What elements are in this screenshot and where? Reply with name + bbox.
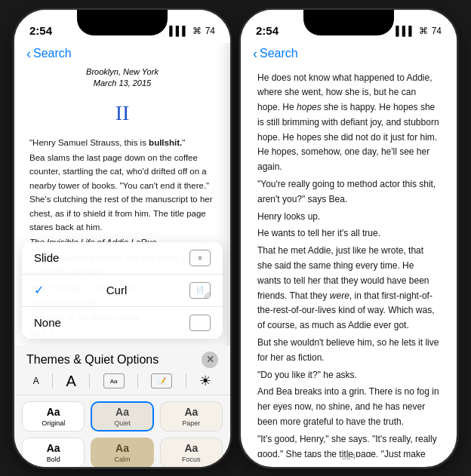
menu-item-slide[interactable]: Slide ≡: [22, 242, 223, 275]
wifi-icon: ⌘: [192, 26, 202, 36]
theme-bold-label: Bold: [47, 456, 60, 463]
theme-calm-text: Aa: [115, 442, 129, 454]
location-line2: March 13, 2015: [29, 78, 215, 89]
back-chevron-left: ‹: [26, 46, 31, 62]
left-phone: 2:54 ▌▌▌ ⌘ 74 ‹ Search Brooklyn, New Yor…: [13, 8, 232, 468]
theme-paper-label: Paper: [182, 419, 200, 427]
back-button-left[interactable]: ‹ Search: [26, 46, 72, 62]
theme-quiet-label: Quiet: [114, 419, 131, 427]
book-para-2: Bea slams the last page down on the coff…: [29, 151, 215, 234]
time-right: 2:54: [256, 24, 279, 37]
menu-item-curl[interactable]: ✓ Curl 📄: [22, 275, 223, 307]
back-chevron-right: ‹: [253, 46, 257, 62]
book-location: Brooklyn, New York March 13, 2015: [29, 66, 215, 90]
theme-cards: Aa Original Aa Quiet Aa Paper Aa Bold Aa…: [14, 395, 230, 467]
right-phone: 2:54 ▌▌▌ ⌘ 74 ‹ Search He does not know …: [239, 8, 458, 468]
theme-original-card[interactable]: Aa Original: [22, 401, 85, 431]
theme-focus-card[interactable]: Aa Focus: [160, 438, 223, 468]
battery-icon-right: 74: [432, 26, 442, 36]
curl-check: ✓: [34, 283, 44, 297]
wifi-icon-right: ⌘: [419, 26, 428, 36]
theme-quiet-text: Aa: [115, 406, 129, 418]
signal-icon-right: ▌▌▌: [396, 26, 415, 36]
notch-right: [303, 10, 394, 35]
theme-original-text: Aa: [47, 406, 60, 418]
themes-label: Themes & Quiet Options: [26, 353, 159, 367]
font-controls: A A Aa 📝 ☀: [14, 368, 230, 395]
read-p6: But she wouldn't believe him, so he lets…: [257, 336, 440, 366]
slide-label: Slide: [34, 251, 59, 264]
curl-icon: 📄: [189, 282, 211, 299]
font-decrease-button[interactable]: A: [33, 376, 39, 386]
none-icon: [189, 315, 211, 331]
status-icons-left: ▌▌▌ ⌘ 74: [169, 26, 215, 36]
brightness-icon[interactable]: ☀: [199, 373, 211, 389]
theme-quiet-card[interactable]: Aa Quiet: [91, 401, 153, 431]
chapter-number: II: [29, 97, 215, 129]
page-number: 524: [342, 452, 356, 461]
book-content-left: Brooklyn, New York March 13, 2015 II "He…: [14, 66, 230, 388]
read-p1: He does not know what happened to Addie,…: [257, 71, 440, 176]
notch: [77, 10, 168, 35]
divider-2: [89, 373, 90, 388]
battery-icon: 74: [205, 26, 215, 36]
read-p3: Henry looks up.: [257, 210, 440, 225]
page-turn-menu: Slide ≡ ✓ Curl 📄 None: [22, 242, 223, 339]
read-p8: And Bea breaks into a grin. There is no …: [257, 385, 440, 429]
theme-bold-card[interactable]: Aa Bold: [22, 438, 85, 468]
read-p4: He wants to tell her it's all true.: [257, 226, 440, 241]
curl-label: Curl: [106, 284, 128, 296]
signal-icon: ▌▌▌: [169, 26, 189, 36]
divider-1: [52, 373, 53, 388]
close-button[interactable]: ✕: [202, 352, 218, 368]
back-label-left: Search: [33, 47, 72, 60]
slide-icon: ≡: [189, 250, 211, 266]
reading-content: He does not know what happened to Addie,…: [241, 66, 457, 457]
font-increase-button[interactable]: A: [66, 373, 75, 390]
read-p5: That he met Addie, just like he wrote, t…: [257, 244, 440, 333]
divider-4: [186, 373, 186, 388]
nav-bar-left: ‹ Search: [14, 43, 230, 66]
note-icon[interactable]: 📝: [151, 373, 172, 388]
read-p2: "You're really going to method actor thi…: [257, 177, 440, 207]
time-left: 2:54: [29, 24, 52, 37]
location-line1: Brooklyn, New York: [29, 66, 215, 78]
theme-original-label: Original: [42, 419, 65, 427]
none-label: None: [34, 316, 61, 329]
theme-focus-label: Focus: [182, 456, 201, 463]
divider-3: [137, 373, 138, 388]
nav-bar-right: ‹ Search: [241, 43, 457, 66]
theme-paper-text: Aa: [184, 406, 198, 418]
book-para-1: "Henry Samuel Strauss, this is bullshit.…: [29, 136, 215, 149]
theme-calm-label: Calm: [114, 456, 130, 463]
menu-item-none[interactable]: None: [22, 307, 223, 339]
theme-bold-text: Aa: [47, 442, 60, 454]
font-type-icon[interactable]: Aa: [103, 373, 125, 388]
read-p7: "Do you like it?" he asks.: [257, 368, 440, 383]
status-icons-right: ▌▌▌ ⌘ 74: [396, 26, 442, 36]
back-label-right: Search: [260, 47, 298, 60]
theme-focus-text: Aa: [184, 442, 198, 454]
theme-paper-card[interactable]: Aa Paper: [160, 401, 223, 431]
theme-calm-card[interactable]: Aa Calm: [91, 438, 153, 468]
back-button-right[interactable]: ‹ Search: [253, 46, 298, 62]
